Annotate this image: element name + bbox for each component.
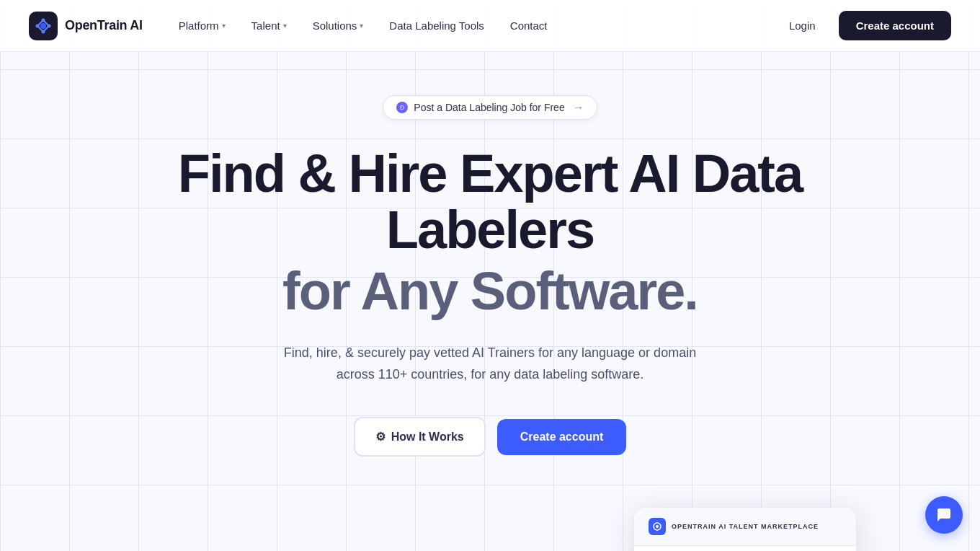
svg-point-2 bbox=[42, 18, 45, 22]
chevron-down-icon: ▾ bbox=[360, 22, 363, 30]
logo[interactable]: OpenTrain AI bbox=[29, 12, 143, 40]
svg-point-1 bbox=[40, 23, 46, 29]
hero-subtitle: Find, hire, & securely pay vetted AI Tra… bbox=[267, 343, 713, 385]
svg-point-5 bbox=[36, 24, 40, 27]
nav-item-contact[interactable]: Contact bbox=[500, 14, 558, 38]
navbar: OpenTrain AI Platform ▾ Talent ▾ Solutio… bbox=[0, 0, 980, 52]
nav-item-talent[interactable]: Talent ▾ bbox=[241, 14, 297, 38]
hero-cta: ⚙ How It Works Create account bbox=[354, 417, 627, 457]
nav-right: Login Create account bbox=[778, 11, 951, 40]
nav-item-solutions[interactable]: Solutions ▾ bbox=[303, 14, 374, 38]
logo-icon bbox=[29, 12, 58, 40]
chat-icon bbox=[935, 506, 953, 524]
create-account-hero-button[interactable]: Create account bbox=[497, 419, 627, 455]
svg-point-29 bbox=[656, 525, 659, 528]
logo-text: OpenTrain AI bbox=[65, 18, 143, 33]
hero-title-line1: Find & Hire Expert AI Data Labelers bbox=[94, 146, 886, 257]
marketplace-header: OPENTRAIN AI TALENT MARKETPLACE bbox=[634, 508, 856, 546]
nav-links: Platform ▾ Talent ▾ Solutions ▾ Data Lab… bbox=[169, 14, 558, 38]
marketplace-label: OPENTRAIN AI TALENT MARKETPLACE bbox=[672, 523, 819, 530]
badge-icon: ⊙ bbox=[396, 102, 408, 113]
talent-marketplace-card: OPENTRAIN AI TALENT MARKETPLACE 👩 Virág … bbox=[633, 507, 857, 551]
create-account-nav-button[interactable]: Create account bbox=[839, 11, 951, 40]
talent-list: 👩 Virág Mercédesz ★ 4.98/5 (61 reviews) … bbox=[634, 546, 856, 551]
badge-text: Post a Data Labeling Job for Free bbox=[414, 102, 564, 113]
chat-bubble[interactable] bbox=[925, 496, 963, 534]
login-button[interactable]: Login bbox=[778, 14, 827, 38]
badge[interactable]: ⊙ Post a Data Labeling Job for Free → bbox=[383, 95, 597, 120]
gear-icon: ⚙ bbox=[375, 430, 386, 444]
svg-point-3 bbox=[48, 24, 51, 27]
chevron-down-icon: ▾ bbox=[222, 22, 226, 30]
nav-item-data-labeling-tools[interactable]: Data Labeling Tools bbox=[379, 14, 494, 38]
hero-section: ⊙ Post a Data Labeling Job for Free → Fi… bbox=[0, 52, 980, 514]
how-it-works-button[interactable]: ⚙ How It Works bbox=[354, 417, 486, 457]
nav-item-platform[interactable]: Platform ▾ bbox=[169, 14, 236, 38]
badge-arrow-icon: → bbox=[574, 102, 584, 113]
nav-left: OpenTrain AI Platform ▾ Talent ▾ Solutio… bbox=[29, 12, 558, 40]
chevron-down-icon: ▾ bbox=[283, 22, 287, 30]
dashboard-previews: ANY DATA LABELING SOFTWARE bbox=[0, 507, 980, 551]
marketplace-icon bbox=[649, 518, 666, 535]
svg-point-4 bbox=[42, 30, 45, 33]
hero-title-line2: for Any Software. bbox=[282, 263, 698, 319]
